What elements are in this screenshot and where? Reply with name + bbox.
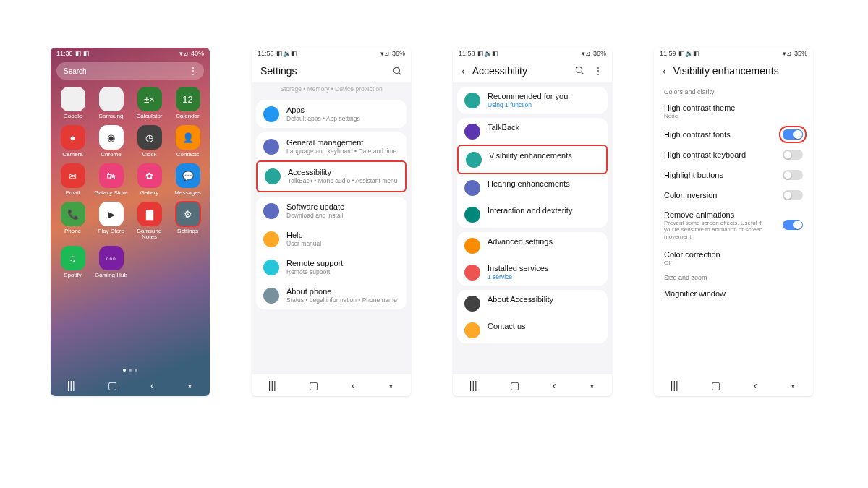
app-settings[interactable]: ⚙Settings bbox=[170, 202, 205, 240]
setting-high-contrast-keyboard[interactable]: High contrast keyboard bbox=[663, 145, 804, 165]
more-icon[interactable]: ⋮ bbox=[189, 66, 197, 76]
settings-card: AppsDefault apps • App settings bbox=[256, 100, 407, 128]
navigation-bar: ||| ▢ ‹ ⋆ bbox=[252, 374, 411, 396]
clock-icon: ◷ bbox=[137, 125, 162, 150]
status-icons: ◧ ◧ bbox=[75, 50, 90, 57]
back-button[interactable]: ‹ bbox=[352, 380, 355, 391]
app-camera[interactable]: ●Camera bbox=[55, 125, 90, 158]
setting-subtitle: Off bbox=[664, 260, 797, 266]
toggle-switch[interactable] bbox=[783, 190, 803, 200]
app-label: Gaming Hub bbox=[95, 273, 127, 278]
app-email[interactable]: ✉Email bbox=[55, 163, 90, 196]
setting-high-contrast-theme[interactable]: High contrast themeNone bbox=[663, 98, 804, 124]
setting-title: High contrast fonts bbox=[664, 130, 777, 139]
app-spotify[interactable]: ♫Spotify bbox=[55, 246, 90, 278]
app-gallery[interactable]: ✿Gallery bbox=[132, 163, 167, 196]
home-button[interactable]: ▢ bbox=[711, 380, 720, 391]
settings-item-help[interactable]: HelpUser manual bbox=[256, 225, 407, 253]
app-gaming-hub[interactable]: ◦◦◦Gaming Hub bbox=[93, 246, 129, 278]
section-header-colors: Colors and clarity bbox=[663, 85, 804, 98]
item-icon bbox=[263, 288, 279, 304]
app-label: Contacts bbox=[176, 152, 200, 158]
accessibility-item-hearing-enhancements[interactable]: Hearing enhancements bbox=[457, 174, 608, 201]
accessibility-button[interactable]: ⋆ bbox=[589, 380, 595, 391]
app-clock[interactable]: ◷Clock bbox=[132, 125, 167, 158]
item-icon bbox=[464, 322, 480, 338]
recents-button[interactable]: ||| bbox=[671, 380, 678, 391]
app-play-store[interactable]: ▶Play Store bbox=[93, 202, 129, 240]
app-label: Chrome bbox=[101, 152, 121, 158]
app-chrome[interactable]: ◉Chrome bbox=[93, 125, 129, 158]
accessibility-item-recommended-for-you[interactable]: Recommended for youUsing 1 function bbox=[457, 87, 608, 114]
app-calculator[interactable]: ±×Calculator bbox=[132, 87, 167, 119]
toggle-switch[interactable] bbox=[783, 129, 803, 140]
accessibility-button[interactable]: ⋆ bbox=[388, 380, 394, 391]
accessibility-item-talkback[interactable]: TalkBack bbox=[457, 118, 608, 145]
accessibility-button[interactable]: ⋆ bbox=[790, 380, 796, 391]
accessibility-button[interactable]: ⋆ bbox=[187, 380, 193, 391]
app-samsung-notes[interactable]: ▇Samsung Notes bbox=[132, 202, 167, 240]
toggle-switch[interactable] bbox=[783, 150, 803, 160]
accessibility-card: Recommended for youUsing 1 function bbox=[457, 87, 608, 114]
settings-item-remote-support[interactable]: Remote supportRemote support bbox=[256, 253, 407, 281]
recents-button[interactable]: ||| bbox=[268, 380, 276, 391]
back-arrow[interactable]: ‹ bbox=[663, 65, 666, 77]
app-label: Samsung Notes bbox=[132, 228, 167, 240]
item-title: Apps bbox=[286, 106, 399, 114]
setting-magnifier-window[interactable]: Magnifier window bbox=[663, 284, 804, 303]
app-contacts[interactable]: 👤Contacts bbox=[170, 125, 205, 158]
settings-item-apps[interactable]: AppsDefault apps • App settings bbox=[256, 100, 407, 128]
settings-item-software-update[interactable]: Software updateDownload and install bbox=[256, 197, 407, 225]
settings-list: Storage • Memory • Device protectionApps… bbox=[252, 82, 411, 374]
accessibility-item-visibility-enhancements[interactable]: Visibility enhancements bbox=[457, 145, 608, 174]
page-indicator bbox=[51, 366, 210, 374]
setting-color-correction[interactable]: Color correctionOff bbox=[663, 245, 804, 271]
accessibility-item-interaction-and-dexterity[interactable]: Interaction and dexterity bbox=[457, 201, 608, 228]
accessibility-item-about-accessibility[interactable]: About Accessibility bbox=[457, 290, 608, 317]
accessibility-item-installed-services[interactable]: Installed services1 service bbox=[457, 259, 608, 286]
more-icon[interactable]: ⋮ bbox=[593, 65, 603, 77]
app-phone[interactable]: 📞Phone bbox=[55, 202, 90, 240]
settings-icon: ⚙ bbox=[176, 202, 200, 226]
home-button[interactable]: ▢ bbox=[510, 380, 519, 391]
back-button[interactable]: ‹ bbox=[754, 380, 757, 391]
status-bar: 11:58 ◧🔉◧ ▾⊿ 36% bbox=[453, 48, 612, 59]
accessibility-card: About AccessibilityContact us bbox=[457, 290, 608, 343]
toggle-switch[interactable] bbox=[783, 220, 803, 230]
recents-button[interactable]: ||| bbox=[469, 380, 477, 391]
app-google[interactable]: Google bbox=[55, 87, 90, 119]
search-icon[interactable] bbox=[574, 65, 584, 77]
accessibility-list: Recommended for youUsing 1 functionTalkB… bbox=[453, 82, 612, 374]
back-button[interactable]: ‹ bbox=[553, 380, 556, 391]
settings-item-accessibility[interactable]: AccessibilityTalkBack • Mono audio • Ass… bbox=[256, 160, 407, 192]
item-subtitle: Default apps • App settings bbox=[286, 115, 399, 122]
app-samsung[interactable]: Samsung bbox=[93, 87, 129, 119]
accessibility-item-advanced-settings[interactable]: Advanced settings bbox=[457, 232, 608, 259]
app-galaxy-store[interactable]: 🛍Galaxy Store bbox=[93, 163, 129, 196]
signal-icon: ▾⊿ bbox=[179, 50, 189, 57]
app-messages[interactable]: 💬Messages bbox=[170, 163, 205, 196]
setting-color-inversion[interactable]: Color inversion bbox=[663, 185, 804, 205]
item-title: Remote support bbox=[286, 259, 399, 267]
header: Settings bbox=[252, 59, 411, 82]
toggle-switch[interactable] bbox=[783, 170, 803, 180]
setting-highlight-buttons[interactable]: Highlight buttons bbox=[663, 165, 804, 185]
app-calendar[interactable]: 12Calendar bbox=[170, 87, 205, 119]
item-icon bbox=[464, 93, 480, 108]
back-button[interactable]: ‹ bbox=[150, 380, 154, 391]
accessibility-item-contact-us[interactable]: Contact us bbox=[457, 317, 608, 343]
item-icon bbox=[466, 152, 482, 168]
recents-button[interactable]: ||| bbox=[67, 380, 75, 391]
navigation-bar: ||| ▢ ‹ ⋆ bbox=[453, 374, 612, 396]
setting-high-contrast-fonts[interactable]: High contrast fonts bbox=[663, 124, 804, 145]
settings-item-about-phone[interactable]: About phoneStatus • Legal information • … bbox=[256, 281, 407, 309]
status-time: 11:30 bbox=[56, 50, 73, 57]
search-bar[interactable]: Search ⋮ bbox=[56, 62, 204, 80]
calculator-icon: ±× bbox=[137, 87, 162, 111]
back-arrow[interactable]: ‹ bbox=[461, 65, 465, 77]
settings-item-general-management[interactable]: General managementLanguage and keyboard … bbox=[256, 132, 407, 160]
search-icon[interactable] bbox=[392, 66, 402, 76]
home-button[interactable]: ▢ bbox=[309, 380, 318, 391]
setting-remove-animations[interactable]: Remove animationsPrevent some screen eff… bbox=[663, 205, 804, 245]
home-button[interactable]: ▢ bbox=[108, 380, 117, 391]
